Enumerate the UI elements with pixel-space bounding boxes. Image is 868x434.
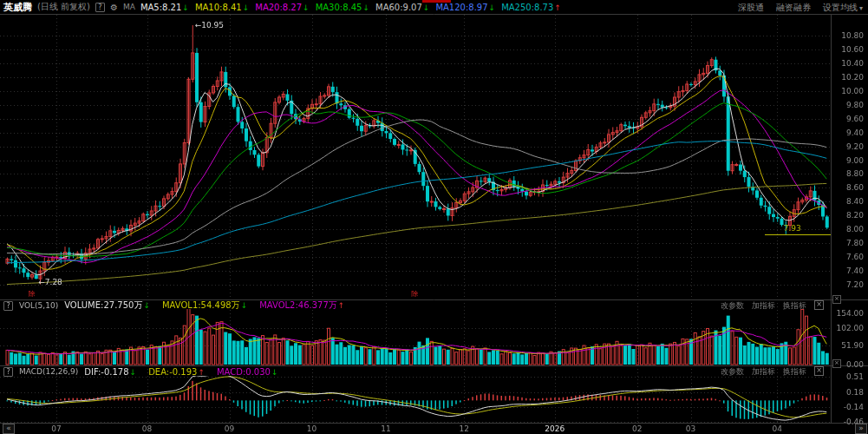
vol-indicator-name[interactable]: VOL(5,10) [19, 301, 58, 310]
ma-value: MA250:8.73↑ [501, 3, 561, 12]
macd-value: MACD:0.030↓ [217, 367, 278, 377]
trend-arrow-icon: ↓ [143, 301, 150, 310]
topbar-right-links: 深股通融资融券设置均线▾ [738, 2, 863, 14]
trend-arrow-icon: ↓ [271, 368, 278, 377]
trend-arrow-icon: ↓ [303, 3, 310, 12]
ma-value: MA5:8.21↓ [140, 3, 189, 12]
vol-link[interactable]: 加指标 [752, 300, 775, 312]
macd-link[interactable]: 改参数 [721, 366, 744, 378]
macd-links: 改参数加指标换指标× [721, 366, 824, 378]
ma-value: MA10:8.41↓ [195, 3, 249, 12]
vol-link[interactable]: 换指标 [783, 300, 806, 312]
scroll-right-button[interactable]: » [855, 424, 867, 434]
volume-pane-close-icon[interactable]: × [832, 359, 841, 368]
macd-link[interactable]: 换指标 [783, 366, 806, 378]
macd-indicator-name[interactable]: MACD(12,26,9) [19, 367, 78, 376]
help-icon[interactable]: ? [3, 301, 13, 311]
trend-arrow-icon: ↓ [362, 3, 369, 12]
ma-group-label: MA [123, 3, 135, 11]
trend-arrow-icon: ↓ [241, 301, 248, 310]
trend-arrow-icon: ↑ [338, 301, 345, 310]
stock-chart-app: 英威腾 (日线 前复权) ? ⚙ MA MA5:8.21↓MA10:8.41↓M… [0, 0, 868, 434]
vol-value: MAVOL1:54.498万↓ [162, 300, 247, 310]
topbar-link[interactable]: 融资融券 [776, 2, 811, 14]
stock-name[interactable]: 英威腾 [3, 1, 32, 14]
scroll-left-button[interactable]: « [3, 424, 15, 434]
vol-links: 改参数加指标换指标× [721, 300, 824, 312]
trend-arrow-icon: ↓ [130, 368, 137, 377]
trend-arrow-icon: ↓ [423, 3, 430, 12]
ma-value: MA20:8.27↓ [255, 3, 309, 12]
trend-arrow-icon: ↓ [182, 3, 189, 12]
macd-link[interactable]: 加指标 [752, 366, 775, 378]
settings-gear-icon[interactable]: ⚙ [110, 3, 118, 12]
ma-value: MA60:9.07↓ [375, 3, 429, 12]
help-icon[interactable]: ? [95, 3, 105, 12]
top-red-marker [422, 0, 451, 3]
chevron-down-icon: ▾ [859, 4, 863, 12]
close-icon[interactable]: × [814, 300, 824, 310]
topbar-link[interactable]: 设置均线▾ [823, 2, 863, 14]
price-pane-close-icon[interactable]: × [832, 295, 841, 304]
trend-arrow-icon: ↑ [198, 368, 205, 377]
macd-value: DIF:-0.178↓ [84, 367, 136, 377]
vol-value: VOLUME:27.750万↓ [64, 300, 150, 310]
close-icon[interactable]: × [814, 366, 824, 376]
macd-pane-header: ?MACD(12,26,9)DIF:-0.178↓DEA:-0.193↑MACD… [0, 366, 831, 377]
trend-arrow-icon: ↓ [243, 3, 250, 12]
vol-link[interactable]: 改参数 [721, 300, 744, 312]
ma-values-row: MA5:8.21↓MA10:8.41↓MA20:8.27↓MA30:8.45↓M… [140, 3, 567, 12]
volume-pane-header: ?VOL(5,10)VOLUME:27.750万↓MAVOL1:54.498万↓… [0, 300, 831, 311]
trend-arrow-icon: ↑ [554, 3, 561, 12]
trend-arrow-icon: ↓ [489, 3, 496, 12]
macd-value: DEA:-0.193↑ [148, 367, 205, 377]
ma-value: MA120:8.97↓ [435, 3, 495, 12]
period-label[interactable]: (日线 前复权) [37, 1, 90, 13]
topbar-link[interactable]: 深股通 [738, 2, 764, 14]
ma-value: MA30:8.45↓ [316, 3, 369, 12]
help-icon[interactable]: ? [3, 367, 13, 377]
vol-value: MAVOL2:46.377万↑ [259, 300, 344, 310]
